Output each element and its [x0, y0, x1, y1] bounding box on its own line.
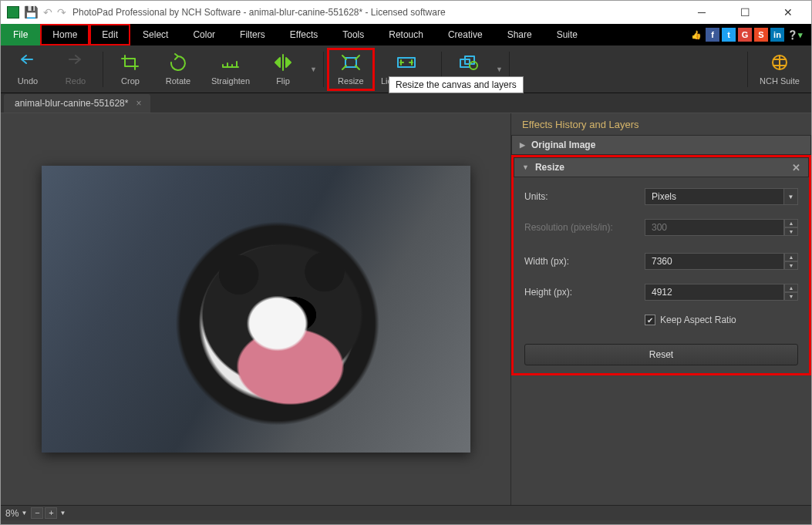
- undo-button[interactable]: Undo: [4, 48, 52, 91]
- dropdown-icon[interactable]: ▼: [783, 189, 797, 204]
- section-label: Resize: [535, 162, 564, 173]
- zoom-dropdown[interactable]: ▼: [19, 510, 29, 517]
- side-panel: Effects History and Layers ▶Original Ima…: [510, 113, 811, 505]
- close-button[interactable]: ✕: [774, 6, 802, 19]
- zoom-menu[interactable]: ▼: [57, 510, 68, 517]
- status-bar: PhotoPad Professional v 4.04 © NCH Softw…: [1, 520, 811, 525]
- redo-icon[interactable]: ↷: [57, 6, 66, 19]
- linkedin-icon[interactable]: in: [770, 28, 784, 42]
- spin-up[interactable]: ▲: [784, 284, 798, 292]
- batch-dropdown[interactable]: ▼: [493, 66, 506, 73]
- menu-retouch[interactable]: Retouch: [376, 24, 436, 45]
- stumble-icon[interactable]: S: [754, 28, 768, 42]
- menu-filters[interactable]: Filters: [227, 24, 278, 45]
- zoom-bar: 8% ▼ − + ▼: [1, 505, 811, 520]
- spin-down[interactable]: ▼: [784, 292, 798, 301]
- menu-effects[interactable]: Effects: [278, 24, 330, 45]
- menu-edit[interactable]: Edit: [89, 24, 130, 45]
- menu-creative[interactable]: Creative: [436, 24, 495, 45]
- section-close-icon[interactable]: ✕: [792, 162, 800, 173]
- section-label: Original Image: [531, 140, 595, 150]
- resolution-input: 300: [645, 219, 784, 236]
- crop-button[interactable]: Crop: [106, 48, 154, 91]
- resize-button[interactable]: Resize: [327, 48, 375, 91]
- save-icon[interactable]: 💾: [24, 5, 39, 19]
- maximize-button[interactable]: ☐: [731, 6, 759, 19]
- menu-home[interactable]: Home: [40, 24, 89, 45]
- menu-file[interactable]: File: [1, 24, 40, 45]
- units-label: Units:: [524, 191, 645, 202]
- document-tabstrip: animal-blur-canine-551628*× Resize the c…: [1, 93, 811, 113]
- close-tab-icon[interactable]: ×: [136, 98, 141, 109]
- googleplus-icon[interactable]: G: [738, 28, 752, 42]
- document-tab-label: animal-blur-canine-551628*: [15, 98, 128, 109]
- reset-button[interactable]: Reset: [524, 344, 798, 365]
- checkbox-icon: ✔: [645, 315, 655, 325]
- zoom-level: 8%: [5, 508, 19, 519]
- help-icon[interactable]: ❔▾: [787, 28, 804, 42]
- spin-down: ▼: [784, 227, 798, 236]
- zoom-in-button[interactable]: +: [45, 507, 57, 519]
- aspect-label: Keep Aspect Ratio: [660, 315, 736, 325]
- social-icons: 👍 f t G S in ❔▾: [689, 24, 811, 45]
- like-icon[interactable]: 👍: [689, 28, 703, 42]
- units-value: Pixels: [652, 191, 676, 202]
- titlebar: 💾 ↶ ↷ PhotoPad Professional by NCH Softw…: [1, 1, 811, 24]
- height-label: Height (px):: [524, 287, 645, 298]
- units-select[interactable]: Pixels▼: [645, 188, 798, 205]
- spin-up[interactable]: ▲: [784, 253, 798, 261]
- spin-up: ▲: [784, 219, 798, 227]
- window-title: PhotoPad Professional by NCH Software - …: [66, 7, 688, 18]
- collapse-icon: ▶: [520, 141, 525, 149]
- width-label: Width (px):: [524, 256, 645, 267]
- menu-select[interactable]: Select: [130, 24, 180, 45]
- section-resize[interactable]: ▼Resize✕: [514, 157, 809, 177]
- panel-title: Effects History and Layers: [511, 113, 811, 135]
- undo-icon[interactable]: ↶: [43, 6, 52, 19]
- menu-tools[interactable]: Tools: [330, 24, 376, 45]
- flip-dropdown[interactable]: ▼: [307, 66, 320, 73]
- menu-share[interactable]: Share: [495, 24, 544, 45]
- spin-down[interactable]: ▼: [784, 261, 798, 270]
- aspect-checkbox[interactable]: ✔Keep Aspect Ratio: [645, 315, 798, 325]
- height-input[interactable]: 4912: [645, 284, 784, 301]
- straighten-button[interactable]: Straighten: [202, 48, 259, 91]
- section-original[interactable]: ▶Original Image: [511, 135, 811, 155]
- resize-tooltip: Resize the canvas and layers: [389, 76, 524, 93]
- nch-suite-button[interactable]: NCH Suite: [751, 48, 808, 91]
- menubar: File Home Edit Select Color Filters Effe…: [1, 24, 811, 45]
- menu-color[interactable]: Color: [180, 24, 227, 45]
- twitter-icon[interactable]: t: [722, 28, 736, 42]
- image-canvas[interactable]: [42, 166, 470, 453]
- resize-panel-highlight: ▼Resize✕ Units: Pixels▼ Resolution (pixe…: [511, 155, 811, 375]
- flip-button[interactable]: Flip: [259, 48, 307, 91]
- svg-rect-0: [345, 58, 356, 67]
- document-tab[interactable]: animal-blur-canine-551628*×: [4, 94, 150, 113]
- facebook-icon[interactable]: f: [706, 28, 719, 42]
- canvas-area[interactable]: [1, 113, 510, 505]
- expand-icon: ▼: [522, 163, 529, 171]
- rotate-button[interactable]: Rotate: [154, 48, 202, 91]
- width-input[interactable]: 7360: [645, 253, 784, 270]
- resolution-label: Resolution (pixels/in):: [524, 222, 645, 233]
- minimize-button[interactable]: ─: [688, 6, 716, 19]
- redo-button[interactable]: Redo: [52, 48, 99, 91]
- zoom-out-button[interactable]: −: [31, 507, 43, 519]
- menu-suite[interactable]: Suite: [544, 24, 590, 45]
- app-icon: [7, 6, 19, 19]
